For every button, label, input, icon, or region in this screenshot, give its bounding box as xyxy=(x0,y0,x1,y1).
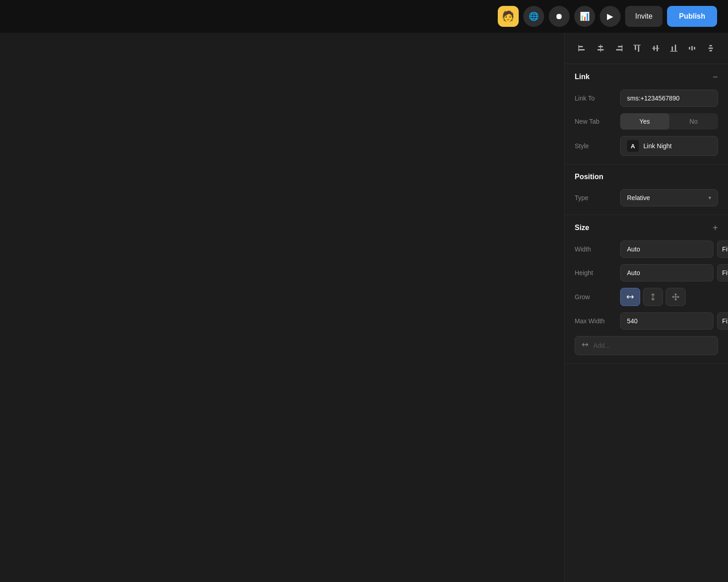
align-left-button[interactable] xyxy=(574,40,590,56)
invite-button[interactable]: Invite xyxy=(625,6,662,27)
style-selector[interactable]: A Link Night xyxy=(620,136,718,156)
height-label: Height xyxy=(575,269,620,276)
canvas-area[interactable] xyxy=(0,33,564,582)
grow-both-icon xyxy=(672,293,680,301)
new-tab-toggle: Yes No xyxy=(620,113,718,130)
new-tab-row: New Tab Yes No xyxy=(575,113,718,130)
position-section-header: Position xyxy=(575,173,718,181)
align-bottom-icon xyxy=(669,44,678,53)
size-add-button[interactable]: + xyxy=(713,223,718,232)
distribute-h-icon xyxy=(688,44,697,53)
distribute-v-button[interactable] xyxy=(703,40,719,56)
link-section-header: Link − xyxy=(575,72,718,81)
svg-rect-14 xyxy=(652,48,659,49)
distribute-h-button[interactable] xyxy=(684,40,700,56)
svg-rect-5 xyxy=(600,45,601,52)
max-width-row: Max Width Fixed ▾ xyxy=(575,312,718,330)
svg-rect-23 xyxy=(709,50,712,51)
topbar: 🧑 🌐 ⏺ 📊 ▶ Invite Publish xyxy=(0,0,728,33)
grow-horizontal-icon xyxy=(626,294,634,300)
position-type-chevron-icon: ▾ xyxy=(708,195,711,201)
svg-rect-18 xyxy=(689,47,690,50)
size-section: Size + Width Fit ▾ Height xyxy=(565,215,728,364)
svg-rect-9 xyxy=(635,45,636,50)
height-unit-dropdown[interactable]: Fit ▾ xyxy=(717,264,728,281)
distribute-v-icon xyxy=(706,44,715,53)
align-toolbar xyxy=(565,33,728,64)
width-row: Width Fit ▾ xyxy=(575,241,718,258)
width-input[interactable] xyxy=(620,241,713,258)
position-section-title: Position xyxy=(575,173,603,181)
record-button[interactable]: ⏺ xyxy=(549,6,570,27)
position-type-control: Relative ▾ xyxy=(620,189,718,206)
svg-rect-16 xyxy=(675,45,676,51)
chart-button[interactable]: 📊 xyxy=(574,6,595,27)
link-collapse-button[interactable]: − xyxy=(713,72,718,81)
grow-horizontal-button[interactable] xyxy=(620,288,640,306)
position-type-label: Type xyxy=(575,194,620,201)
align-center-h-icon xyxy=(596,44,605,53)
height-unit-value: Fit xyxy=(722,269,728,276)
new-tab-no-button[interactable]: No xyxy=(669,113,718,130)
align-center-v-button[interactable] xyxy=(647,40,664,56)
width-unit-value: Fit xyxy=(722,246,728,253)
link-to-input[interactable] xyxy=(620,90,718,107)
svg-rect-10 xyxy=(638,45,639,52)
align-left-icon xyxy=(577,44,586,53)
svg-rect-7 xyxy=(616,49,622,50)
align-top-icon xyxy=(632,44,642,53)
svg-rect-22 xyxy=(708,48,713,49)
align-right-button[interactable] xyxy=(611,40,627,56)
grow-vertical-button[interactable] xyxy=(643,288,663,306)
play-button[interactable]: ▶ xyxy=(600,6,621,27)
width-unit-dropdown[interactable]: Fit ▾ xyxy=(717,241,728,258)
add-constraint-placeholder: Add... xyxy=(593,342,610,349)
max-width-unit-dropdown[interactable]: Fixed ▾ xyxy=(717,312,728,330)
svg-rect-21 xyxy=(709,45,712,46)
grow-label: Grow xyxy=(575,293,620,301)
align-right-icon xyxy=(614,44,623,53)
size-section-header: Size + xyxy=(575,223,718,232)
link-section-title: Link xyxy=(575,73,590,81)
new-tab-label: New Tab xyxy=(575,118,620,125)
svg-rect-2 xyxy=(578,45,579,51)
svg-rect-11 xyxy=(633,45,641,46)
style-control: A Link Night xyxy=(620,136,718,156)
avatar: 🧑 xyxy=(498,6,519,27)
position-type-dropdown[interactable]: Relative ▾ xyxy=(620,189,718,206)
svg-rect-15 xyxy=(672,46,673,51)
link-to-row: Link To xyxy=(575,90,718,107)
align-center-h-button[interactable] xyxy=(592,40,609,56)
height-input[interactable] xyxy=(620,264,713,281)
style-row: Style A Link Night xyxy=(575,136,718,156)
position-type-value: Relative xyxy=(627,194,650,201)
globe-button[interactable]: 🌐 xyxy=(523,6,544,27)
max-width-input[interactable] xyxy=(620,312,713,330)
link-to-label: Link To xyxy=(575,95,620,102)
svg-rect-17 xyxy=(670,51,677,52)
link-section: Link − Link To New Tab Yes No xyxy=(565,64,728,165)
add-constraint-icon xyxy=(581,341,589,350)
max-width-input-group: Fixed ▾ xyxy=(620,312,728,330)
width-input-group: Fit ▾ xyxy=(620,241,728,258)
max-width-label: Max Width xyxy=(575,317,620,325)
new-tab-yes-button[interactable]: Yes xyxy=(620,113,669,130)
height-row: Height Fit ▾ xyxy=(575,264,718,281)
svg-rect-1 xyxy=(578,49,585,50)
publish-button[interactable]: Publish xyxy=(667,6,717,27)
link-to-control xyxy=(620,90,718,107)
grow-both-button[interactable] xyxy=(666,288,686,306)
align-top-button[interactable] xyxy=(629,40,645,56)
align-center-v-icon xyxy=(651,44,660,53)
size-section-title: Size xyxy=(575,224,589,232)
svg-rect-20 xyxy=(694,47,695,50)
style-label: Style xyxy=(575,142,620,150)
width-label: Width xyxy=(575,246,620,253)
svg-rect-8 xyxy=(622,45,622,51)
max-width-unit-value: Fixed xyxy=(722,317,728,325)
align-bottom-button[interactable] xyxy=(666,40,682,56)
height-input-group: Fit ▾ xyxy=(620,264,728,281)
grow-row: Grow xyxy=(575,288,718,306)
add-constraint-row[interactable]: Add... xyxy=(575,336,718,355)
position-type-row: Type Relative ▾ xyxy=(575,189,718,206)
